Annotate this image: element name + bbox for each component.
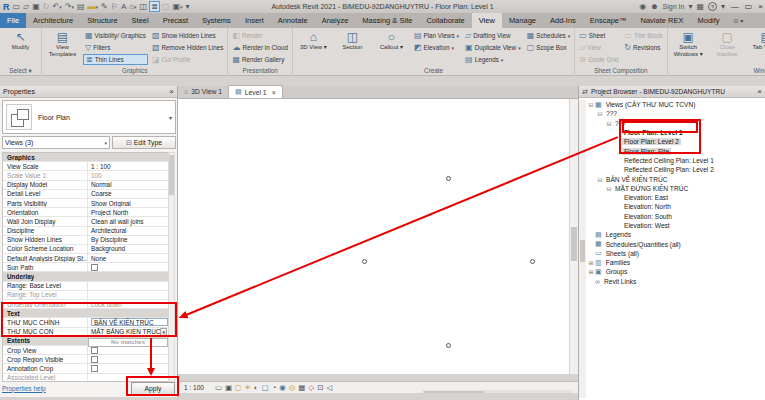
- close-icon[interactable]: ×: [757, 87, 762, 96]
- expand-collapse-icon[interactable]: ⊞: [587, 268, 595, 275]
- button-render-gallery[interactable]: ▦Render Gallery: [230, 54, 290, 65]
- sun-path-icon[interactable]: ☀: [244, 383, 251, 392]
- property-value[interactable]: Background: [87, 245, 168, 253]
- tree-item-elevation-east[interactable]: Elevation: East: [587, 193, 763, 202]
- vertical-scrollbar[interactable]: [569, 99, 578, 374]
- elevation-marker-east[interactable]: [530, 259, 535, 264]
- drawing-canvas[interactable]: [178, 99, 569, 374]
- ribbon-tab-enscape-[interactable]: Enscape™: [583, 13, 634, 28]
- open-icon[interactable]: ▱: [22, 1, 30, 12]
- tree-item-m-t-ng-ki-n-tr-c[interactable]: ⊟MẶT ĐỨNG KIẾN TRÚC: [587, 184, 763, 193]
- sync-icon[interactable]: ↻: [42, 1, 51, 12]
- temporary-hide-isolate-icon[interactable]: ◉: [279, 383, 286, 392]
- button-render-in-cloud[interactable]: ☁Render in Cloud: [230, 42, 290, 53]
- expand-collapse-icon[interactable]: ⊟: [596, 176, 604, 183]
- button-plan-views[interactable]: ▤Plan Views▾: [412, 30, 461, 41]
- property-value[interactable]: Clean all wall joins: [87, 217, 168, 225]
- tree-item-elevation-north[interactable]: Elevation: North: [587, 202, 763, 211]
- ribbon-tab-massing-site[interactable]: Massing & Site: [355, 13, 419, 28]
- measure-icon[interactable]: ▬▾: [86, 1, 99, 12]
- help-arrow-icon[interactable]: ▾: [721, 2, 725, 11]
- checkbox[interactable]: [91, 356, 98, 363]
- button-visibility-graphics[interactable]: ▦Visibility/ Graphics: [83, 30, 148, 41]
- elevation-marker-west[interactable]: [362, 259, 367, 264]
- view-tab-level-1[interactable]: ▤Level 1×: [228, 85, 283, 98]
- button-section[interactable]: ◫Section: [334, 29, 371, 51]
- button-callout[interactable]: ○Callout ▾: [373, 29, 410, 51]
- tree-item--[interactable]: ⊟???: [587, 119, 763, 128]
- tree-item-schedules-quantities-all-[interactable]: ▦Schedules/Quantities (all): [587, 239, 763, 248]
- button-switch-windows[interactable]: ▣Switch Windows ▾: [670, 29, 707, 57]
- ribbon-tab-collaborate[interactable]: Collaborate: [419, 13, 471, 28]
- property-value[interactable]: Architectural: [87, 227, 168, 235]
- properties-scrollbar[interactable]: [168, 152, 175, 382]
- elevation-marker-north[interactable]: [446, 176, 451, 181]
- expand-collapse-icon[interactable]: ⊞: [587, 259, 595, 266]
- property-value[interactable]: [87, 364, 168, 372]
- visual-style-icon[interactable]: ◻: [235, 383, 241, 392]
- ribbon-tab-precast[interactable]: Precast: [156, 13, 195, 28]
- properties-help-link[interactable]: Properties help: [2, 385, 46, 392]
- property-value[interactable]: Show Original: [87, 199, 168, 207]
- tree-item-floor-plan-level-1[interactable]: Floor Plan: Level 1: [587, 128, 763, 137]
- property-value[interactable]: [87, 291, 168, 299]
- ribbon-tab-structure[interactable]: Structure: [80, 13, 124, 28]
- button-duplicate-view[interactable]: ▣Duplicate View▾: [463, 42, 523, 53]
- ribbon-tab-analyze[interactable]: Analyze: [315, 13, 356, 28]
- ribbon-tab-add-ins[interactable]: Add-Ins: [543, 13, 583, 28]
- tree-item-views-c-y-th-m-c-tcvn-[interactable]: ⊟▦Views (CÂY THƯ MỤC TCVN): [587, 100, 763, 109]
- tree-item-reflected-ceiling-plan-level-1[interactable]: Reflected Ceiling Plan: Level 1: [587, 156, 763, 165]
- store-icon[interactable]: ▦: [696, 2, 704, 11]
- property-value[interactable]: [87, 346, 168, 354]
- elevation-marker-south[interactable]: [446, 343, 451, 348]
- tree-item-sheets-all-[interactable]: ▭Sheets (all): [587, 249, 763, 258]
- property-value[interactable]: [87, 282, 168, 290]
- undo-icon[interactable]: ↶▾: [51, 1, 62, 12]
- chevron-down-icon[interactable]: ▾: [169, 114, 175, 121]
- customize-qat-icon[interactable]: ▾: [184, 1, 190, 12]
- tree-item-reflected-ceiling-plan-level-2[interactable]: Reflected Ceiling Plan: Level 2: [587, 165, 763, 174]
- tag-icon[interactable]: ⚐: [110, 1, 119, 12]
- tree-item-floor-plan-level-2[interactable]: Floor Plan: Level 2: [587, 137, 763, 146]
- signin-label[interactable]: Sign In: [663, 3, 685, 10]
- revit-logo[interactable]: R: [2, 1, 11, 12]
- button-tab-views[interactable]: ▤Tab Views: [748, 29, 765, 51]
- save-icon[interactable]: ▣: [31, 1, 41, 12]
- button-thin-lines[interactable]: ≣Thin Lines: [83, 54, 148, 65]
- close-icon[interactable]: ×: [169, 87, 174, 96]
- tree-item-families[interactable]: ⊞▥Families: [587, 258, 763, 267]
- temporary-view-properties-icon[interactable]: ▦: [298, 383, 305, 392]
- property-value[interactable]: 1 : 100: [87, 162, 168, 170]
- print-icon[interactable]: ▤: [76, 1, 86, 12]
- button-view-templates[interactable]: ▤View Templates: [44, 29, 81, 57]
- button-show-hidden-lines[interactable]: ▨Show Hidden Lines: [150, 30, 226, 41]
- analytical-model-icon[interactable]: ◇: [308, 383, 314, 392]
- reveal-hidden-icon[interactable]: ◎: [289, 383, 296, 392]
- property-value[interactable]: 100: [87, 171, 168, 179]
- expand-collapse-icon[interactable]: ⊟: [605, 185, 613, 192]
- ribbon-tab-architecture[interactable]: Architecture: [26, 13, 80, 28]
- section-icon[interactable]: ◫: [139, 1, 149, 12]
- expand-collapse-icon[interactable]: ⊟: [596, 110, 604, 117]
- type-selector[interactable]: Floor Plan ▾: [2, 100, 176, 134]
- property-value[interactable]: By Discipline: [87, 236, 168, 244]
- reveal-constraints-icon[interactable]: ⊡: [317, 383, 323, 392]
- ribbon-tab-steel[interactable]: Steel: [125, 13, 156, 28]
- ribbon-tab-insert[interactable]: Insert: [238, 13, 271, 28]
- button-remove-hidden-lines[interactable]: ▧Remove Hidden Lines: [150, 42, 226, 53]
- redo-icon[interactable]: ↷▾: [64, 1, 75, 12]
- views-filter-combo[interactable]: Views (3) ▾: [2, 136, 110, 149]
- ribbon-tab-annotate[interactable]: Annotate: [271, 13, 315, 28]
- checkbox[interactable]: [91, 365, 98, 372]
- recent-documents-icon[interactable]: ▭: [12, 1, 22, 12]
- property-value[interactable]: [87, 263, 168, 271]
- project-browser-scrollbar[interactable]: [579, 100, 586, 398]
- nav-prev-icon[interactable]: ◁: [326, 383, 332, 392]
- ribbon-tab-naviate-rex[interactable]: Naviate REX: [634, 13, 691, 28]
- button-revisions[interactable]: ↻Revisions: [622, 42, 664, 53]
- scale-icon[interactable]: ▭: [215, 383, 222, 392]
- property-value[interactable]: Project North: [87, 208, 168, 216]
- button-scope-box[interactable]: ▢Scope Box: [525, 42, 572, 53]
- view-tab-3d-view-1[interactable]: ⌂3D View 1: [178, 85, 228, 98]
- signin-person-icon[interactable]: ☻: [650, 2, 658, 11]
